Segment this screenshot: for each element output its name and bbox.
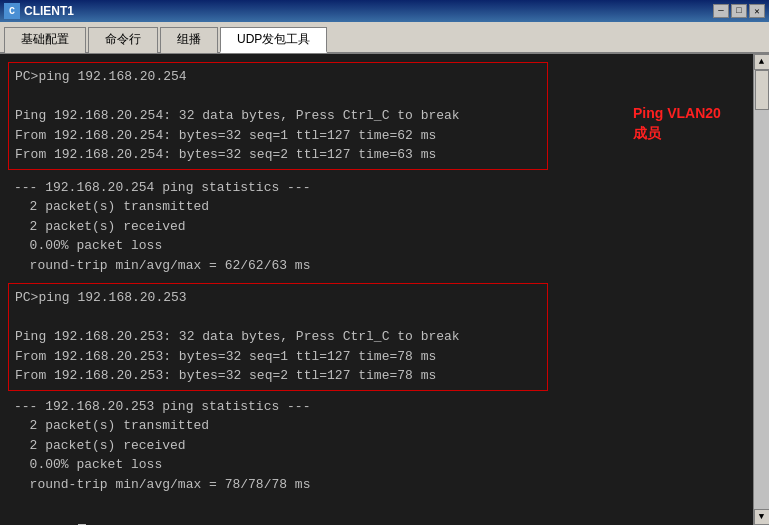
stats1-line3: 0.00% packet loss (14, 236, 609, 256)
blank-line-1 (15, 87, 541, 107)
stats-block-2: --- 192.168.20.253 ping statistics --- 2… (8, 395, 615, 497)
title-bar-left: C CLIENT1 (4, 3, 74, 19)
tab-command-line[interactable]: 命令行 (88, 27, 158, 53)
app-icon: C (4, 3, 20, 19)
main-content: PC>ping 192.168.20.254 Ping 192.168.20.2… (0, 54, 769, 525)
maximize-button[interactable]: □ (731, 4, 747, 18)
tab-bar: 基础配置 命令行 组播 UDP发包工具 (0, 22, 769, 54)
stats-block-1: --- 192.168.20.254 ping statistics --- 2… (8, 176, 615, 278)
ping-block-1: PC>ping 192.168.20.254 Ping 192.168.20.2… (8, 62, 548, 170)
terminal[interactable]: PC>ping 192.168.20.254 Ping 192.168.20.2… (0, 54, 623, 525)
close-button[interactable]: ✕ (749, 4, 765, 18)
ping2-line3: From 192.168.20.253: bytes=32 seq=2 ttl=… (15, 366, 541, 386)
annotation-text: Ping VLAN20 成员 (633, 104, 721, 143)
annotation-line2: 成员 (633, 125, 661, 141)
ping1-line3: From 192.168.20.254: bytes=32 seq=2 ttl=… (15, 145, 541, 165)
ping1-cmd: PC>ping 192.168.20.254 (15, 67, 541, 87)
stats2-line1: 2 packet(s) transmitted (14, 416, 609, 436)
ping2-cmd: PC>ping 192.168.20.253 (15, 288, 541, 308)
scroll-up-button[interactable]: ▲ (754, 54, 770, 70)
scroll-down-button[interactable]: ▼ (754, 509, 770, 525)
stats2-line4: round-trip min/avg/max = 78/78/78 ms (14, 475, 609, 495)
prompt-line: PC> (8, 502, 615, 525)
window-title: CLIENT1 (24, 4, 74, 18)
stats2-line2: 2 packet(s) received (14, 436, 609, 456)
minimize-button[interactable]: — (713, 4, 729, 18)
stats1-line4: round-trip min/avg/max = 62/62/63 ms (14, 256, 609, 276)
annotation-line1: Ping VLAN20 (633, 105, 721, 121)
ping1-line2: From 192.168.20.254: bytes=32 seq=1 ttl=… (15, 126, 541, 146)
blank-line-2 (15, 308, 541, 328)
tab-udp-tool[interactable]: UDP发包工具 (220, 27, 327, 53)
ping2-line2: From 192.168.20.253: bytes=32 seq=1 ttl=… (15, 347, 541, 367)
scrollbar-track[interactable] (754, 70, 769, 509)
ping1-line1: Ping 192.168.20.254: 32 data bytes, Pres… (15, 106, 541, 126)
stats1-header: --- 192.168.20.254 ping statistics --- (14, 178, 609, 198)
stats2-header: --- 192.168.20.253 ping statistics --- (14, 397, 609, 417)
title-bar: C CLIENT1 — □ ✕ (0, 0, 769, 22)
ping-block-2: PC>ping 192.168.20.253 Ping 192.168.20.2… (8, 283, 548, 391)
scrollbar-thumb[interactable] (755, 70, 769, 110)
scrollbar[interactable]: ▲ ▼ (753, 54, 769, 525)
stats1-line2: 2 packet(s) received (14, 217, 609, 237)
tab-basic-config[interactable]: 基础配置 (4, 27, 86, 53)
stats1-line1: 2 packet(s) transmitted (14, 197, 609, 217)
stats2-line3: 0.00% packet loss (14, 455, 609, 475)
title-buttons: — □ ✕ (713, 4, 765, 18)
tab-multicast[interactable]: 组播 (160, 27, 218, 53)
sidebar-annotation: Ping VLAN20 成员 (623, 54, 753, 525)
ping2-line1: Ping 192.168.20.253: 32 data bytes, Pres… (15, 327, 541, 347)
